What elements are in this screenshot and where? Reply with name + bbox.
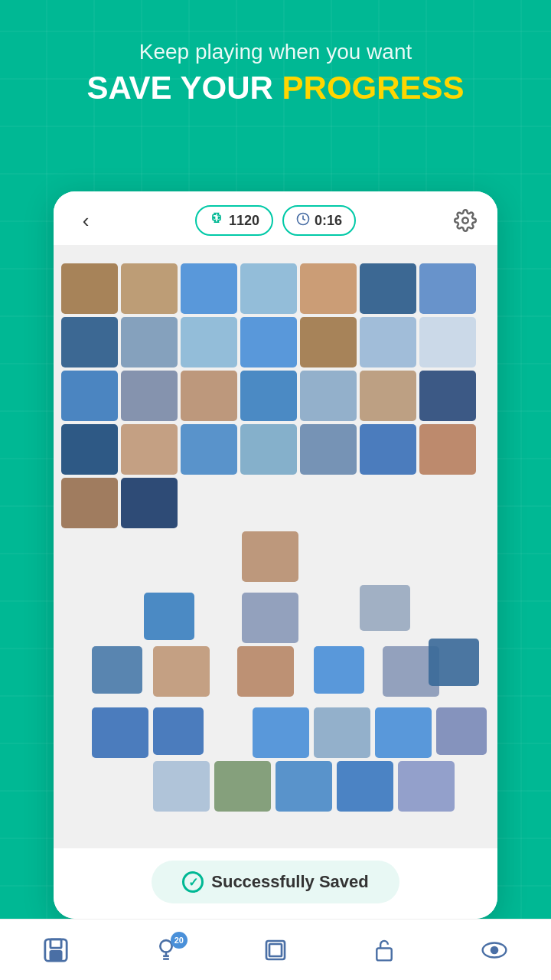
back-icon: ‹ [83, 209, 90, 233]
svg-rect-10 [61, 317, 118, 368]
svg-rect-11 [121, 317, 178, 368]
puzzle-piece-icon [209, 211, 224, 230]
svg-rect-33 [242, 531, 298, 582]
svg-rect-6 [240, 263, 297, 314]
svg-rect-23 [419, 371, 476, 421]
svg-rect-35 [242, 593, 298, 643]
svg-rect-51 [276, 761, 332, 812]
clock-icon [296, 212, 310, 229]
puzzle-area[interactable] [54, 245, 497, 848]
svg-rect-4 [121, 263, 178, 314]
svg-point-65 [491, 946, 497, 952]
svg-rect-46 [314, 707, 370, 758]
timer-pill: 0:16 [282, 205, 356, 236]
svg-rect-19 [181, 371, 237, 421]
topbar: ‹ 1120 0:16 [54, 191, 497, 245]
svg-rect-40 [314, 646, 364, 694]
svg-rect-7 [300, 263, 357, 314]
timer-value: 0:16 [315, 213, 342, 229]
svg-rect-62 [269, 944, 282, 956]
svg-rect-47 [375, 707, 432, 758]
save-icon [43, 937, 69, 963]
svg-rect-22 [360, 371, 416, 421]
gear-icon [454, 209, 477, 232]
svg-rect-30 [419, 424, 476, 475]
save-check-icon: ✓ [182, 871, 204, 893]
svg-rect-52 [337, 761, 393, 812]
svg-rect-14 [300, 317, 357, 368]
header-section: Keep playing when you want SAVE YOUR PRO… [0, 38, 551, 108]
lock-icon [373, 937, 396, 963]
svg-rect-26 [181, 424, 237, 475]
settings-button[interactable] [452, 207, 479, 234]
svg-rect-15 [360, 317, 416, 368]
svg-rect-27 [240, 424, 297, 475]
svg-rect-50 [214, 761, 271, 812]
puzzle-svg [54, 245, 497, 848]
svg-rect-13 [240, 317, 297, 368]
main-card: ‹ 1120 0:16 [54, 191, 497, 919]
save-badge: ✓ Successfully Saved [152, 861, 399, 903]
svg-rect-3 [61, 263, 118, 314]
svg-rect-38 [153, 646, 210, 697]
svg-rect-24 [61, 424, 118, 475]
topbar-center: 1120 0:16 [195, 205, 356, 236]
svg-rect-56 [51, 951, 61, 959]
svg-rect-45 [253, 707, 309, 758]
svg-rect-25 [121, 424, 178, 475]
back-button[interactable]: ‹ [72, 207, 99, 234]
svg-rect-18 [121, 371, 178, 421]
nav-save-button[interactable] [31, 931, 81, 969]
svg-rect-37 [92, 646, 142, 694]
nav-layers-button[interactable] [251, 932, 300, 969]
layers-icon [263, 938, 288, 962]
save-bar: ✓ Successfully Saved [54, 848, 497, 919]
svg-rect-53 [398, 761, 455, 812]
svg-rect-17 [61, 371, 118, 421]
bottom-nav: 20 [0, 919, 551, 980]
svg-rect-32 [121, 478, 178, 528]
nav-hints-button[interactable]: 20 [142, 930, 191, 970]
svg-rect-55 [51, 939, 61, 947]
svg-rect-36 [360, 585, 410, 631]
svg-rect-44 [153, 707, 204, 755]
svg-rect-48 [436, 707, 487, 755]
hints-badge: 20 [171, 932, 187, 949]
svg-rect-34 [144, 593, 194, 640]
header-subtitle: Keep playing when you want [31, 38, 520, 66]
svg-rect-9 [419, 263, 476, 314]
header-title-yellow: PROGRESS [282, 70, 465, 106]
nav-lock-button[interactable] [360, 931, 408, 969]
svg-rect-49 [153, 761, 210, 812]
svg-rect-16 [419, 317, 476, 368]
header-title: SAVE YOUR PROGRESS [31, 69, 520, 107]
svg-rect-28 [300, 424, 357, 475]
svg-rect-39 [237, 646, 294, 697]
svg-rect-12 [181, 317, 237, 368]
svg-point-1 [462, 217, 468, 224]
checkmark-icon: ✓ [188, 875, 198, 890]
save-status-text: Successfully Saved [211, 872, 368, 892]
svg-rect-20 [240, 371, 297, 421]
svg-rect-5 [181, 263, 237, 314]
svg-rect-42 [429, 639, 479, 686]
svg-point-57 [160, 940, 171, 952]
eye-icon [481, 940, 508, 960]
svg-rect-43 [92, 707, 148, 758]
svg-rect-8 [360, 263, 416, 314]
header-title-white: SAVE YOUR [86, 70, 273, 106]
svg-rect-21 [300, 371, 357, 421]
svg-rect-31 [61, 478, 118, 528]
puzzle-count-value: 1120 [229, 213, 259, 229]
nav-eye-button[interactable] [468, 934, 520, 966]
puzzle-count-pill: 1120 [195, 205, 273, 236]
svg-rect-29 [360, 424, 416, 475]
svg-rect-63 [377, 948, 391, 960]
